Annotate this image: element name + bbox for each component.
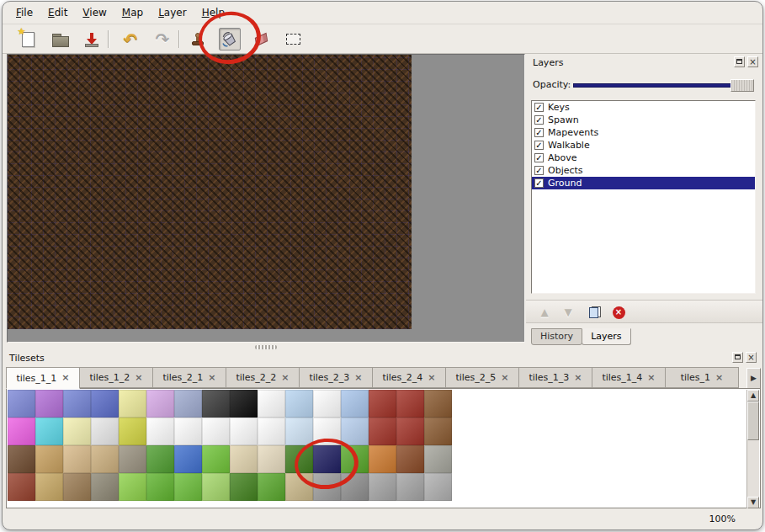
layer-visibility-checkbox[interactable] (534, 178, 544, 188)
tileset-tab-tiles_2_4[interactable]: tiles_2_4× (372, 367, 446, 388)
tile-2-15[interactable] (424, 445, 452, 473)
tile-3-6[interactable] (174, 473, 202, 501)
layer-row-ground[interactable]: Ground (532, 177, 755, 189)
tile-2-0[interactable] (8, 445, 35, 473)
tile-0-3[interactable] (91, 390, 119, 418)
tile-3-1[interactable] (35, 473, 63, 501)
bucket-fill-tool-button[interactable] (219, 28, 241, 51)
layer-visibility-checkbox[interactable] (534, 128, 544, 137)
tile-0-4[interactable] (119, 390, 146, 418)
tile-1-4[interactable] (119, 418, 146, 445)
layer-row-walkable[interactable]: Walkable (532, 139, 755, 152)
layer-row-mapevents[interactable]: Mapevents (532, 126, 755, 139)
tile-1-3[interactable] (91, 418, 119, 445)
tile-0-8[interactable] (230, 390, 258, 418)
new-file-button[interactable]: ★ (17, 28, 39, 51)
tab-close-icon[interactable]: × (574, 374, 582, 382)
menu-layer[interactable]: Layer (151, 4, 194, 21)
tileset-tab-tiles_1_3[interactable]: tiles_1_3× (518, 367, 592, 388)
tileset-tab-tiles_2_5[interactable]: tiles_2_5× (445, 367, 519, 388)
tile-0-12[interactable] (341, 390, 369, 418)
layer-row-spawn[interactable]: Spawn (532, 114, 755, 126)
redo-button[interactable]: ↷ (151, 28, 173, 51)
tab-close-icon[interactable]: × (354, 374, 362, 382)
selection-tool-button[interactable] (282, 28, 304, 51)
tile-0-10[interactable] (285, 390, 313, 418)
tile-2-11[interactable] (313, 445, 341, 473)
tile-2-7[interactable] (202, 445, 230, 473)
scrollbar-thumb[interactable] (747, 402, 759, 440)
tile-1-0[interactable] (8, 418, 35, 445)
tile-0-0[interactable] (8, 390, 35, 418)
tab-scroll-right-button[interactable]: ▶ (746, 368, 761, 389)
tab-close-icon[interactable]: × (428, 374, 435, 382)
tile-0-6[interactable] (174, 390, 202, 418)
tile-2-2[interactable] (63, 445, 91, 473)
tile-3-9[interactable] (258, 473, 285, 501)
tile-0-9[interactable] (258, 390, 285, 418)
layer-visibility-checkbox[interactable] (534, 153, 544, 162)
layer-row-keys[interactable]: Keys (532, 101, 755, 114)
tab-layers[interactable]: Layers (582, 328, 630, 345)
tile-0-13[interactable] (369, 390, 396, 418)
layer-visibility-checkbox[interactable] (534, 103, 544, 112)
tile-0-15[interactable] (424, 390, 452, 418)
tab-close-icon[interactable]: × (135, 374, 142, 382)
tile-1-7[interactable] (202, 418, 230, 445)
tile-1-13[interactable] (369, 418, 396, 445)
map-view[interactable] (7, 54, 525, 343)
close-panel-button[interactable]: × (747, 56, 758, 67)
tile-0-2[interactable] (63, 390, 91, 418)
tile-3-5[interactable] (146, 473, 174, 501)
tile-3-4[interactable] (119, 473, 146, 501)
tile-1-15[interactable] (424, 418, 452, 445)
pane-splitter[interactable] (7, 343, 525, 350)
tile-0-14[interactable] (396, 390, 424, 418)
tileset-tab-tiles_1[interactable]: tiles_1× (665, 367, 739, 388)
stamp-tool-button[interactable] (187, 28, 209, 51)
tile-1-14[interactable] (396, 418, 424, 445)
tile-3-0[interactable] (8, 473, 35, 501)
tile-1-5[interactable] (146, 418, 174, 445)
tile-3-10[interactable] (285, 473, 313, 501)
tile-2-5[interactable] (146, 445, 174, 473)
menu-help[interactable]: Help (194, 4, 232, 21)
float-panel-button[interactable] (732, 352, 743, 363)
tile-2-10[interactable] (285, 445, 313, 473)
save-button[interactable] (81, 28, 103, 51)
tab-close-icon[interactable]: × (208, 374, 215, 382)
tab-close-icon[interactable]: × (501, 374, 508, 382)
tile-1-12[interactable] (341, 418, 369, 445)
menu-edit[interactable]: Edit (40, 4, 75, 21)
tile-0-7[interactable] (202, 390, 230, 418)
layer-delete-button[interactable]: × (610, 304, 627, 321)
tileset-tab-tiles_2_2[interactable]: tiles_2_2× (226, 367, 300, 388)
map-canvas[interactable] (8, 55, 412, 329)
opacity-slider-thumb[interactable] (730, 79, 754, 92)
layer-duplicate-button[interactable] (587, 304, 603, 321)
tile-3-15[interactable] (424, 473, 452, 501)
menu-map[interactable]: Map (114, 4, 151, 21)
tile-2-4[interactable] (119, 445, 146, 473)
layer-visibility-checkbox[interactable] (534, 141, 544, 150)
tile-3-11[interactable] (313, 473, 341, 501)
tab-close-icon[interactable]: × (647, 374, 655, 382)
tileset-scrollbar[interactable]: ▲ ▼ (746, 390, 759, 508)
tileset-tab-tiles_1_1[interactable]: tiles_1_1× (6, 367, 80, 389)
tile-1-10[interactable] (285, 418, 313, 445)
tile-3-7[interactable] (202, 473, 230, 501)
tab-close-icon[interactable]: × (61, 374, 69, 382)
tile-3-3[interactable] (91, 473, 119, 501)
tileset-tab-tiles_1_4[interactable]: tiles_1_4× (592, 367, 666, 388)
close-panel-button[interactable]: × (746, 352, 757, 363)
tile-3-13[interactable] (369, 473, 396, 501)
layer-row-objects[interactable]: Objects (532, 164, 755, 177)
tile-2-6[interactable] (174, 445, 202, 473)
tile-1-11[interactable] (313, 418, 341, 445)
tile-2-8[interactable] (230, 445, 258, 473)
tile-0-5[interactable] (146, 390, 174, 418)
tile-2-1[interactable] (35, 445, 63, 473)
menu-view[interactable]: View (75, 4, 114, 21)
tileset-tab-tiles_1_2[interactable]: tiles_1_2× (79, 367, 153, 388)
tab-history[interactable]: History (531, 328, 582, 345)
